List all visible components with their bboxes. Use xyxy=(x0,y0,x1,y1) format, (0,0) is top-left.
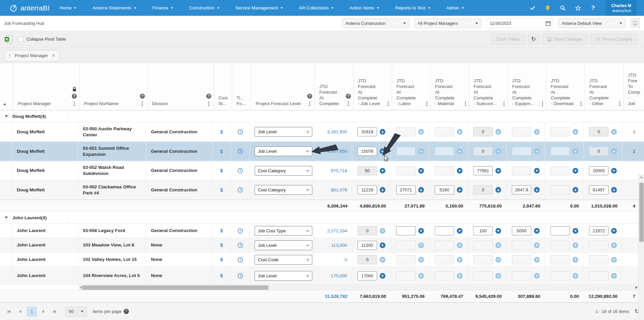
add-forecast-button[interactable]: + xyxy=(380,257,385,263)
jtd-at-complete-link[interactable]: 0 xyxy=(314,253,352,267)
forecast-input[interactable]: 0 xyxy=(589,127,608,136)
add-forecast-button[interactable]: + xyxy=(418,129,424,135)
forecast-level-select[interactable]: Job Level xyxy=(255,127,312,137)
column-menu-icon[interactable] xyxy=(347,101,350,107)
add-forecast-button[interactable]: + xyxy=(418,148,424,154)
forecast-input[interactable] xyxy=(589,255,608,264)
forecast-input[interactable] xyxy=(435,241,454,250)
add-forecast-button[interactable]: + xyxy=(534,242,540,248)
forecast-input[interactable] xyxy=(435,226,454,235)
column-header-jtd-fac-overhead[interactable]: JTDForecastAtComplete- Overhead xyxy=(546,63,585,110)
forecast-input[interactable] xyxy=(512,127,531,136)
forecast-input[interactable]: 5160 xyxy=(435,185,454,194)
forecast-input[interactable]: 0 xyxy=(589,147,608,156)
column-header-cost-status[interactable]: CostSt... xyxy=(214,63,232,110)
column-header-jtd-forecast-to-complete-job[interactable]: JTDForeToComp- Job xyxy=(624,63,644,110)
forecast-input[interactable] xyxy=(396,127,416,136)
cost-status-dollar-icon[interactable]: $ xyxy=(220,168,223,173)
add-forecast-button[interactable]: + xyxy=(457,129,463,135)
scroll-right-icon[interactable] xyxy=(636,286,637,289)
add-forecast-button[interactable]: + xyxy=(534,273,540,279)
column-header-jtd-fac-job-level[interactable]: JTDForecastAtComplete- Job Level xyxy=(354,63,392,110)
column-help-icon[interactable]: ? xyxy=(307,94,312,99)
forecast-input[interactable] xyxy=(396,147,416,156)
forecast-input[interactable]: 0 xyxy=(358,255,377,264)
first-page-button[interactable] xyxy=(5,307,13,316)
add-forecast-button[interactable]: + xyxy=(457,148,463,154)
forecast-input[interactable] xyxy=(396,271,416,280)
column-header-jtd-fac-equipment[interactable]: JTDForecastAtComplete- Equipm... xyxy=(508,63,546,110)
forecast-level-select[interactable]: Job Level xyxy=(255,240,312,250)
nav-item-construction[interactable]: Construction xyxy=(189,5,220,10)
add-forecast-button[interactable]: + xyxy=(380,273,385,279)
add-forecast-button[interactable]: + xyxy=(611,168,617,174)
cost-status-dollar-icon[interactable]: $ xyxy=(220,129,223,135)
forecast-input[interactable] xyxy=(473,271,493,280)
sort-asc-icon[interactable]: ↑ xyxy=(9,53,11,58)
cost-status-dollar-icon[interactable]: $ xyxy=(220,273,223,278)
clear-filters-button[interactable]: Clear Filters xyxy=(491,34,525,45)
column-menu-icon[interactable] xyxy=(619,101,621,107)
forecast-input[interactable] xyxy=(550,166,570,175)
forecast-input[interactable] xyxy=(396,166,416,175)
column-menu-icon[interactable] xyxy=(141,101,144,107)
add-forecast-button[interactable]: + xyxy=(495,148,501,154)
save-view-button[interactable] xyxy=(631,18,640,28)
forecast-input[interactable] xyxy=(396,255,416,264)
page-size-select[interactable]: 50 xyxy=(65,307,87,317)
forecast-input[interactable] xyxy=(435,147,454,156)
column-help-icon[interactable]: ? xyxy=(140,94,145,99)
time-forecast-clock-icon[interactable] xyxy=(237,242,243,248)
help-icon[interactable]: ? xyxy=(590,5,596,11)
add-forecast-button[interactable]: + xyxy=(611,242,617,248)
add-forecast-button[interactable]: + xyxy=(380,187,385,193)
column-header-project-forecast-level[interactable]: Project Forecast Level? xyxy=(251,63,315,110)
forecast-input[interactable] xyxy=(550,255,570,264)
add-forecast-button[interactable]: + xyxy=(457,228,463,234)
add-forecast-button[interactable]: + xyxy=(457,187,463,193)
remove-group-icon[interactable]: ✕ xyxy=(52,53,55,58)
current-page-button[interactable]: 1 xyxy=(27,307,37,317)
forecast-input[interactable] xyxy=(550,241,570,250)
favorites-star-icon[interactable] xyxy=(575,5,581,11)
add-forecast-button[interactable]: + xyxy=(380,228,385,234)
time-forecast-clock-icon[interactable] xyxy=(237,228,243,234)
add-forecast-button[interactable]: + xyxy=(495,129,501,135)
column-header-jtd-fac-labor[interactable]: JTDForecastAtComplete- Labor xyxy=(392,63,431,110)
forecast-input[interactable] xyxy=(473,255,493,264)
collapse-group-icon[interactable] xyxy=(5,115,8,117)
column-header-jtd-forecast-at-complete[interactable]: JTDForecastAtComplete? xyxy=(315,63,354,110)
user-menu[interactable]: Charles M AnterraTech xyxy=(606,0,637,16)
time-forecast-clock-icon[interactable] xyxy=(237,273,243,279)
forecast-input[interactable] xyxy=(512,241,531,250)
column-header-time-forecast[interactable]: Ti...Fo... xyxy=(232,63,251,110)
vertical-scrollbar[interactable] xyxy=(638,174,644,320)
forecast-level-select[interactable]: Cost Category xyxy=(255,185,312,195)
add-forecast-button[interactable]: + xyxy=(611,273,617,279)
column-menu-icon[interactable] xyxy=(73,101,75,107)
nav-item-reports-to-test[interactable]: Reports to Test xyxy=(395,5,431,10)
cost-status-dollar-icon[interactable]: $ xyxy=(220,228,223,233)
collapse-group-icon[interactable] xyxy=(5,217,8,219)
forecast-input[interactable]: 0 xyxy=(473,147,493,156)
column-menu-icon[interactable] xyxy=(309,101,311,107)
jtd-at-complete-link[interactable]: 861,076 xyxy=(314,180,352,199)
group-chip-project-manager[interactable]: ↑ Project Manager ✕ xyxy=(4,50,60,61)
add-forecast-button[interactable]: + xyxy=(418,273,424,279)
add-forecast-button[interactable]: + xyxy=(457,257,463,263)
add-forecast-button[interactable]: + xyxy=(573,273,578,279)
forecast-input[interactable] xyxy=(396,241,416,250)
company-select[interactable]: Anterra Construction xyxy=(342,18,409,28)
refresh-button[interactable]: ↻ xyxy=(528,34,539,45)
forecast-input[interactable]: 77561 xyxy=(473,166,493,175)
add-forecast-button[interactable]: + xyxy=(495,242,501,248)
forecast-input[interactable] xyxy=(589,241,608,250)
add-forecast-button[interactable]: + xyxy=(534,148,540,154)
column-header-jtd-fac-material[interactable]: JTDForecastAtComplete- Material xyxy=(431,63,469,110)
cost-status-dollar-icon[interactable]: $ xyxy=(220,149,223,154)
add-forecast-button[interactable]: + xyxy=(418,168,424,174)
nav-item-action-items[interactable]: Action Items xyxy=(350,5,379,10)
forecast-input[interactable] xyxy=(589,271,608,280)
add-forecast-button[interactable]: + xyxy=(495,168,501,174)
add-forecast-button[interactable]: + xyxy=(495,257,501,263)
